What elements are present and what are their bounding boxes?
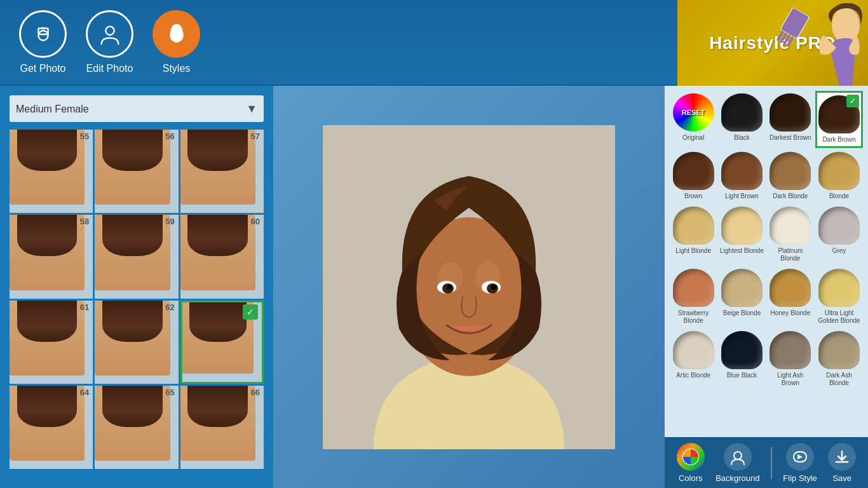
color-item-light-ash-brown[interactable]: Light Ash Brown [767,329,814,390]
svg-point-3 [105,26,114,34]
color-swatch-darkest-brown [770,93,811,132]
color-item-blue-black[interactable]: Blue Black [718,329,765,390]
color-item-dark-brown[interactable]: Dark Brown ✓ [815,91,863,148]
styles-button[interactable]: Styles [153,10,200,74]
color-label-artic-blonde: Artic Blonde [676,372,710,379]
colors-button[interactable]: Colors [677,443,705,483]
color-label-platinum-blonde: Platinum Blonde [768,247,813,262]
color-item-strawberry-blonde[interactable]: Strawberry Blonde [670,266,717,327]
center-panel [273,86,665,488]
color-label-blue-black: Blue Black [727,372,757,379]
colors-icon [677,443,705,471]
logo-area: Hairstyle PRO [677,0,868,86]
color-item-black[interactable]: Black [718,91,765,148]
color-swatch-black [721,93,763,132]
styles-icon [153,10,200,58]
style-item-58[interactable]: 58 [10,215,93,298]
color-label-light-blonde: Light Blonde [675,247,711,255]
get-photo-button[interactable]: Get Photo [19,10,67,74]
style-item-61[interactable]: 61 [10,301,93,384]
style-number: 55 [80,132,89,141]
style-item-55[interactable]: 55 [10,130,93,213]
color-item-original[interactable]: RESET Original [670,91,717,148]
color-item-brown[interactable]: Brown [670,149,717,203]
style-number: 58 [80,217,89,226]
style-select[interactable]: Medium Female [16,104,246,114]
left-panel: Medium Female ▼ 55 56 57 58 59 60 61 62 … [0,86,273,488]
color-swatch-light-brown [721,152,763,190]
style-item-60[interactable]: 60 [180,215,264,298]
style-item-66[interactable]: 66 [180,386,264,469]
save-icon [828,443,856,471]
color-item-light-brown[interactable]: Light Brown [718,149,765,203]
selected-checkmark: ✓ [846,95,859,107]
style-item-65[interactable]: 65 [95,386,178,469]
color-swatch-brown [673,152,714,190]
color-label-brown: Brown [684,193,702,200]
color-label-dark-brown: Dark Brown [822,136,855,144]
preview-frame [323,125,615,449]
svg-point-23 [734,452,742,459]
color-swatch-ultra-light-golden-blonde [818,269,860,307]
edit-photo-label: Edit Photo [86,63,133,74]
camera-icon [19,10,67,58]
color-swatch-light-blonde [673,207,714,245]
style-item-57[interactable]: 57 [180,130,264,213]
save-label: Save [832,473,851,483]
color-label-dark-blonde: Dark Blonde [773,193,808,200]
color-label-dark-ash-blonde: Dark Ash Blonde [817,372,862,387]
style-number: 60 [251,217,260,226]
style-number: 56 [165,132,174,141]
style-item-63[interactable]: ✓ [180,301,264,384]
flip-style-label: Flip Style [783,473,817,483]
colors-label: Colors [679,473,703,483]
color-item-artic-blonde[interactable]: Artic Blonde [670,329,717,390]
background-button[interactable]: Background [715,443,759,483]
style-number: 61 [80,302,89,312]
background-icon [724,443,752,471]
svg-point-21 [491,285,496,290]
color-item-light-blonde[interactable]: Light Blonde [670,204,717,265]
color-item-beige-blonde[interactable]: Beige Blonde [718,266,765,327]
style-item-59[interactable]: 59 [95,215,178,298]
color-item-dark-ash-blonde[interactable]: Dark Ash Blonde [815,329,863,390]
color-label-strawberry-blonde: Strawberry Blonde [671,309,715,325]
style-item-56[interactable]: 56 [95,130,178,213]
color-item-blonde[interactable]: Blonde [815,149,863,203]
color-label-ultra-light-golden-blonde: Ultra Light Golden Blonde [817,309,862,325]
dropdown-arrow-icon: ▼ [246,102,257,116]
color-item-ultra-light-golden-blonde[interactable]: Ultra Light Golden Blonde [815,266,863,327]
color-swatch-dark-blonde [770,152,811,190]
flip-style-icon [786,443,814,471]
color-label-honey-blonde: Honey Blonde [770,309,810,317]
main-area: Medium Female ▼ 55 56 57 58 59 60 61 62 … [0,86,868,488]
color-label-original: Original [682,134,704,142]
color-item-dark-blonde[interactable]: Dark Blonde [767,149,814,203]
style-item-64[interactable]: 64 [10,386,93,469]
style-dropdown[interactable]: Medium Female ▼ [10,95,264,122]
color-label-darkest-brown: Darkest Brown [770,134,811,142]
color-label-light-brown: Light Brown [725,193,759,200]
style-number: 65 [165,388,174,397]
color-item-platinum-blonde[interactable]: Platinum Blonde [767,204,814,265]
get-photo-label: Get Photo [20,63,65,74]
color-item-lightest-blonde[interactable]: Lightest Blonde [718,204,765,265]
color-item-honey-blonde[interactable]: Honey Blonde [767,266,814,327]
color-swatch-beige-blonde [721,269,763,307]
color-swatch-artic-blonde [673,331,714,369]
color-item-darkest-brown[interactable]: Darkest Brown [767,91,814,148]
style-number: 66 [251,388,260,397]
edit-photo-button[interactable]: Edit Photo [86,10,133,74]
color-label-light-ash-brown: Light Ash Brown [768,372,813,387]
save-button[interactable]: Save [828,443,856,483]
color-swatch-strawberry-blonde [673,269,714,307]
style-item-62[interactable]: 62 [95,301,178,384]
color-swatch-honey-blonde [770,269,811,307]
flip-style-button[interactable]: Flip Style [783,443,817,483]
logo-woman-icon [798,3,868,86]
style-number: 59 [165,217,174,226]
reset-swatch: RESET [673,93,714,132]
style-number: 62 [165,302,174,312]
color-item-grey[interactable]: Grey [815,204,863,265]
svg-point-0 [38,30,48,40]
